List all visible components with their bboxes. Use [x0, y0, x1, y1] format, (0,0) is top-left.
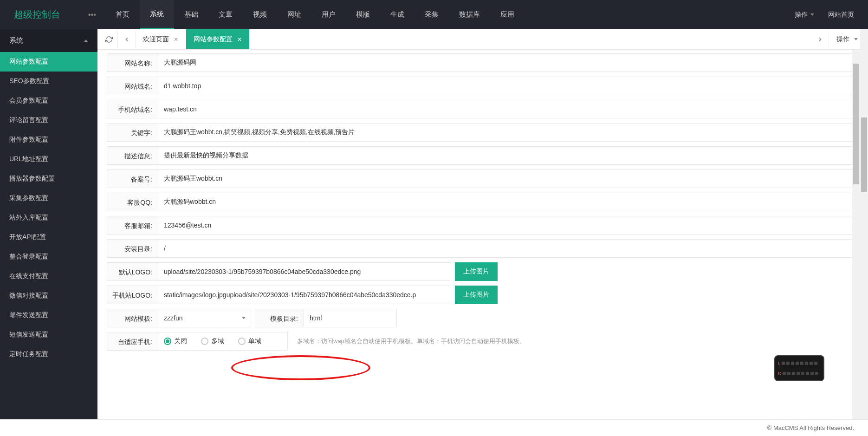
adaptive-hint: 多域名：访问wap域名会自动使用手机模板。单域名：手机访问会自动使用手机模板。: [297, 337, 525, 345]
top-bar: 超级控制台 ••• 首页系统基础文章视频网址用户模版生成采集数据库应用 操作 网…: [0, 0, 868, 29]
mobile-logo-input[interactable]: [158, 286, 450, 304]
sidebar-item-0[interactable]: 网站参数配置: [0, 52, 97, 72]
chevron-up-icon: [84, 39, 88, 42]
radio-option-2[interactable]: 单域: [238, 337, 261, 345]
tab-0[interactable]: 欢迎页面✕: [136, 29, 186, 49]
action-label: 操作: [795, 11, 808, 19]
field-label: 描述信息:: [107, 146, 158, 165]
sidebar-item-15[interactable]: 定时任务配置: [0, 345, 97, 364]
sidebar-item-6[interactable]: 播放器参数配置: [0, 169, 97, 189]
outer-scrollbar[interactable]: [860, 29, 868, 419]
text-input-3[interactable]: [158, 123, 859, 142]
upload-default-logo-button[interactable]: 上传图片: [455, 262, 498, 281]
upload-mobile-logo-button[interactable]: 上传图片: [455, 286, 498, 304]
scrollbar-thumb[interactable]: [861, 117, 867, 192]
field-label: 手机站域名:: [107, 100, 158, 118]
sidebar-item-12[interactable]: 微信对接配置: [0, 286, 97, 306]
field-label: 模板目录:: [255, 309, 304, 327]
nav-item-11[interactable]: 应用: [490, 0, 525, 29]
nav-item-10[interactable]: 数据库: [449, 0, 490, 29]
template-select[interactable]: [158, 309, 251, 327]
sidebar-item-4[interactable]: 附件参数配置: [0, 130, 97, 150]
radio-option-0[interactable]: 关闭: [164, 337, 187, 345]
text-input-0[interactable]: [158, 53, 859, 72]
text-input-8[interactable]: [158, 239, 859, 258]
text-input-6[interactable]: [158, 193, 859, 211]
radio-label: 单域: [248, 337, 261, 345]
form-container: 网站名称:网站域名:手机站域名:关键字:描述信息:备案号:客服QQ:客服邮箱:安…: [97, 50, 868, 419]
field-label: 手机站LOGO:: [107, 286, 158, 304]
radio-label: 关闭: [174, 337, 187, 345]
default-logo-input[interactable]: [158, 262, 450, 281]
keyboard-indicator-widget[interactable]: L R: [774, 355, 824, 381]
tabs-row: 欢迎页面✕网站参数配置✕ 操作: [97, 29, 868, 50]
nav-item-7[interactable]: 模版: [346, 0, 380, 29]
field-label: 网站模板:: [107, 309, 158, 327]
field-label: 默认LOGO:: [107, 262, 158, 281]
scrollbar-thumb[interactable]: [853, 64, 859, 184]
sidebar-item-10[interactable]: 整合登录配置: [0, 247, 97, 267]
text-input-1[interactable]: [158, 77, 859, 95]
nav-item-4[interactable]: 视频: [243, 0, 277, 29]
tab-label: 网站参数配置: [194, 35, 233, 44]
sidebar-item-11[interactable]: 在线支付配置: [0, 267, 97, 286]
site-home-link[interactable]: 网站首页: [828, 11, 854, 19]
radio-icon: [201, 338, 208, 345]
text-input-2[interactable]: [158, 100, 859, 118]
nav-item-1[interactable]: 系统: [140, 0, 174, 29]
sidebar-item-8[interactable]: 站外入库配置: [0, 208, 97, 228]
footer-text: © MacCMS All Rights Reserved.: [767, 424, 854, 431]
nav-item-6[interactable]: 用户: [311, 0, 346, 29]
text-input-4[interactable]: [158, 146, 859, 165]
field-label: 客服邮箱:: [107, 216, 158, 234]
close-icon[interactable]: ✕: [237, 36, 242, 43]
footer: © MacCMS All Rights Reserved.: [0, 419, 868, 436]
template-dir-input[interactable]: [304, 309, 397, 327]
nav-item-9[interactable]: 采集: [415, 0, 449, 29]
tabs-next-button[interactable]: [811, 31, 829, 48]
close-icon[interactable]: ✕: [174, 36, 178, 43]
sidebar-item-14[interactable]: 短信发送配置: [0, 325, 97, 345]
adaptive-radio-group: 关闭多域单域: [158, 332, 288, 351]
tabs-prev-button[interactable]: [118, 31, 136, 48]
sidebar-item-3[interactable]: 评论留言配置: [0, 111, 97, 130]
sidebar-item-7[interactable]: 采集参数配置: [0, 189, 97, 208]
nav-item-8[interactable]: 生成: [380, 0, 415, 29]
field-label: 关键字:: [107, 123, 158, 142]
field-label: 备案号:: [107, 169, 158, 188]
field-label: 安装目录:: [107, 239, 158, 258]
sidebar-item-9[interactable]: 开放API配置: [0, 228, 97, 247]
logo: 超级控制台: [0, 8, 79, 21]
tab-label: 欢迎页面: [143, 35, 169, 44]
refresh-button[interactable]: [100, 31, 118, 48]
caret-down-icon: [810, 13, 814, 16]
nav-item-0[interactable]: 首页: [105, 0, 140, 29]
text-input-5[interactable]: [158, 169, 859, 188]
radio-icon: [238, 338, 246, 345]
text-input-7[interactable]: [158, 216, 859, 234]
field-label: 网站名称:: [107, 53, 158, 72]
sidebar-item-13[interactable]: 邮件发送配置: [0, 306, 97, 325]
sidebar-item-2[interactable]: 会员参数配置: [0, 91, 97, 111]
field-label: 客服QQ:: [107, 193, 158, 211]
field-label: 网站域名:: [107, 77, 158, 95]
highlight-annotation: [231, 355, 370, 380]
radio-label: 多域: [211, 337, 224, 345]
tabs-action-label: 操作: [836, 35, 849, 44]
sidebar-section-header[interactable]: 系统: [0, 29, 97, 52]
sidebar-title: 系统: [9, 36, 23, 45]
sidebar-item-1[interactable]: SEO参数配置: [0, 72, 97, 91]
nav-item-2[interactable]: 基础: [174, 0, 208, 29]
tab-1[interactable]: 网站参数配置✕: [186, 29, 250, 49]
nav-item-5[interactable]: 网址: [277, 0, 311, 29]
radio-icon: [164, 338, 171, 345]
nav-item-3[interactable]: 文章: [208, 0, 243, 29]
field-label: 自适应手机:: [107, 332, 158, 351]
action-dropdown[interactable]: 操作: [795, 11, 814, 19]
sidebar: 系统 网站参数配置SEO参数配置会员参数配置评论留言配置附件参数配置URL地址配…: [0, 29, 97, 419]
content-area: 欢迎页面✕网站参数配置✕ 操作 网站名称:网站域名:手机站域名:关键字:描述信息…: [97, 29, 868, 419]
radio-option-1[interactable]: 多域: [201, 337, 224, 345]
ellipsis-menu[interactable]: •••: [79, 11, 105, 19]
inner-scrollbar[interactable]: [852, 50, 860, 419]
sidebar-item-5[interactable]: URL地址配置: [0, 150, 97, 169]
